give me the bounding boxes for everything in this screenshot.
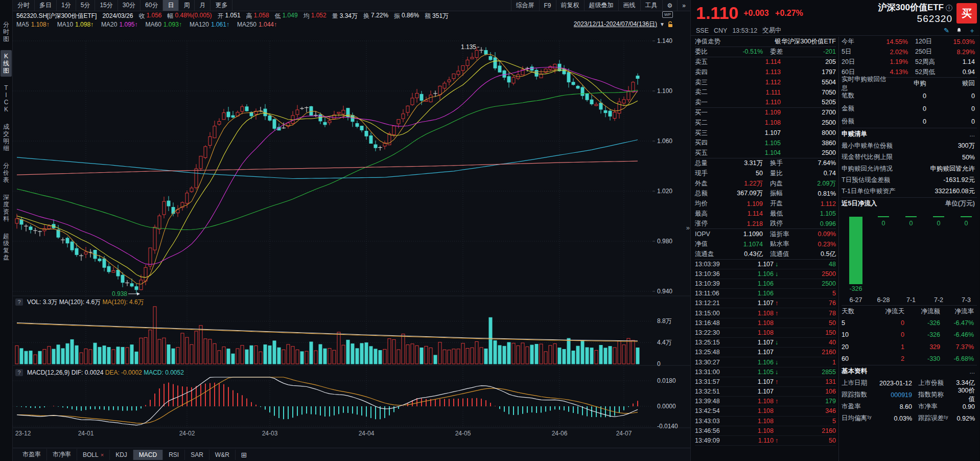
tick-row[interactable]: 13:43:031.1085 <box>695 417 836 426</box>
quote-field: 幅0.48%(0.005) <box>168 12 212 20</box>
stat-row-最高: 最高1.114最低1.105 <box>695 209 836 219</box>
netflow-chart: -3266-2706-2807-107-207-3 <box>842 210 977 306</box>
tick-row[interactable]: 13:31:571.107↑131 <box>695 377 836 387</box>
ask-row-卖三[interactable]: 卖三1.1125504 <box>695 77 836 87</box>
alert-bell-icon[interactable] <box>956 27 962 34</box>
bid-row-买三[interactable]: 买三1.1078000 <box>695 128 836 138</box>
period-tab-1分[interactable]: 1分 <box>57 0 76 11</box>
indicator-tab-RSI[interactable]: RSI <box>163 450 185 460</box>
tick-row[interactable]: 13:32:511.107106 <box>695 387 836 397</box>
tick-row[interactable]: 13:25:481.1072160 <box>695 348 836 357</box>
nav-trend-row[interactable]: 净值走势银华沪深300价值ETF <box>695 37 836 47</box>
period-toolbar: 分时多日1分5分15分30分60分日周月更多 综合屏F9前复权超级叠加画线工具⚙… <box>13 0 690 11</box>
collapse-panel-icon[interactable]: » <box>686 224 690 232</box>
bid-row-买一[interactable]: 买一1.1092700 <box>695 108 836 118</box>
info-icon[interactable]: i <box>946 5 952 11</box>
sidebar-item-超级复盘[interactable]: 超级复盘 <box>1 230 12 264</box>
tick-row[interactable]: 13:39:481.108↑179 <box>695 397 836 406</box>
bid-row-买二[interactable]: 买二1.1082500 <box>695 118 836 128</box>
quote-field: 开1.051 <box>218 12 241 20</box>
add-indicator-button[interactable]: ⊞ <box>236 449 253 460</box>
perf-row-5日: 5日2.02%250日8.29% <box>842 47 977 57</box>
tick-row[interactable]: 13:10:361.106↓2500 <box>695 269 836 279</box>
svg-text:24-04: 24-04 <box>359 430 375 437</box>
buy-button[interactable]: 买 <box>956 3 977 24</box>
stat-row-均价: 均价1.109开盘1.112 <box>695 199 836 209</box>
indicator-tab-市盈率[interactable]: 市盈率 <box>17 449 47 460</box>
bid-row-买四[interactable]: 买四1.1053860 <box>695 138 836 148</box>
ask-row-卖五[interactable]: 卖五1.114205 <box>695 57 836 67</box>
gear-icon[interactable]: ⚙ <box>662 0 678 11</box>
tick-row[interactable]: 13:49:091.110↑50 <box>695 436 836 446</box>
tick-row[interactable]: 13:30:271.106↓1 <box>695 357 836 367</box>
ask-row-卖一[interactable]: 卖一1.1105205 <box>695 98 836 108</box>
add-watchlist-icon[interactable]: ＋ <box>969 26 975 35</box>
flow-table-row-20: 2013297.37% <box>842 341 977 353</box>
period-tab-月[interactable]: 月 <box>195 0 211 11</box>
period-tab-日[interactable]: 日 <box>163 0 179 11</box>
basic-info-title: 基本资料... <box>842 365 977 377</box>
sidebar-item-成交明细[interactable]: 成交明细 <box>1 121 12 154</box>
basic-info-row: 市盈率8.60市净率0.90 <box>842 401 977 412</box>
tick-row[interactable]: 13:22:301.108150 <box>695 328 836 338</box>
indicator-tab-市净率[interactable]: 市净率 <box>47 449 77 460</box>
edit-icon[interactable]: ✎ <box>944 27 949 34</box>
date-range-control[interactable]: 2023/12/11-2024/07/04(136日) ▼ <box>574 20 674 29</box>
ask-row-卖二[interactable]: 卖二1.1117050 <box>695 87 836 98</box>
netflow-value: 0 <box>925 220 952 227</box>
indicator-tab-KDJ[interactable]: KDJ <box>110 450 133 460</box>
period-tab-更多[interactable]: 更多 <box>211 0 232 11</box>
bid-row-买五[interactable]: 买五1.1042500 <box>695 148 836 158</box>
subs-list-row: T-1日单位申赎资产3322160.08元 <box>842 186 977 197</box>
svg-text:0: 0 <box>657 360 661 367</box>
realtime-subs-row-笔数: 笔数00 <box>842 89 977 102</box>
period-tab-30分[interactable]: 30分 <box>118 0 141 11</box>
period-tab-分时[interactable]: 分时 <box>13 0 35 11</box>
stat-row-总额: 总额367.09万振幅0.81% <box>695 189 836 199</box>
netflow-date: 7-1 <box>897 296 925 304</box>
tick-row[interactable]: 13:12:211.107↑76 <box>695 298 836 308</box>
toolbar-tool-工具[interactable]: 工具 <box>640 0 662 11</box>
toolbar-tool-F9[interactable]: F9 <box>539 0 556 11</box>
stat-row-涨停: 涨停1.218跌停0.996 <box>695 219 836 229</box>
sidebar-item-分价表[interactable]: 分价表 <box>1 159 12 186</box>
quote-field: 低1.049 <box>275 12 298 20</box>
tick-row[interactable]: 13:46:561.1082160 <box>695 426 836 436</box>
sidebar-item-K线图[interactable]: K线图 <box>1 50 12 77</box>
period-tab-15分[interactable]: 15分 <box>95 0 118 11</box>
tick-row[interactable]: 13:42:541.108346 <box>695 406 836 416</box>
sidebar-item-TICK[interactable]: TICK <box>1 82 12 116</box>
toolbar-tool-超级叠加[interactable]: 超级叠加 <box>584 0 618 11</box>
period-tab-周[interactable]: 周 <box>179 0 195 11</box>
indicator-tab-MACD[interactable]: MACD <box>133 450 163 460</box>
chevron-down-icon[interactable]: ▼ <box>660 21 665 27</box>
kline-chart[interactable]: 1.1401.1001.0601.0200.9800.9401.1350.938… <box>13 29 691 448</box>
tick-row[interactable]: 13:10:391.1062500 <box>695 279 836 289</box>
netflow-date: 6-27 <box>842 296 870 304</box>
toolbar-tool-画线[interactable]: 画线 <box>618 0 640 11</box>
tick-row[interactable]: 13:16:481.10850 <box>695 318 836 328</box>
period-tab-60分[interactable]: 60分 <box>141 0 163 11</box>
sidebar-item-深度资料[interactable]: 深度资料 <box>1 191 12 225</box>
wp-icon[interactable]: WP <box>662 11 673 18</box>
chart-panel: 分时多日1分5分15分30分60分日周月更多 综合屏F9前复权超级叠加画线工具⚙… <box>13 0 691 461</box>
indicator-tab-BOLL[interactable]: BOLL× <box>77 450 110 460</box>
netflow-bar-7-1: 07-1 <box>897 210 925 305</box>
netflow-zero-dash <box>933 216 944 217</box>
tick-row[interactable]: 13:03:391.107↓48 <box>695 260 836 269</box>
tick-row[interactable]: 13:31:001.105↓2855 <box>695 367 836 377</box>
sidebar-item-分时图[interactable]: 分时图 <box>1 18 12 45</box>
tick-row[interactable]: 13:11:061.1065 <box>695 289 836 298</box>
toolbar-tool-前复权[interactable]: 前复权 <box>556 0 584 11</box>
indicator-tab-SAR[interactable]: SAR <box>185 450 209 460</box>
indicator-tab-W&R[interactable]: W&R <box>209 450 236 460</box>
ask-row-卖四[interactable]: 卖四1.1131797 <box>695 67 836 77</box>
lock-icon[interactable] <box>667 21 674 28</box>
period-tab-5分[interactable]: 5分 <box>76 0 96 11</box>
more-tools-icon[interactable]: » <box>677 0 690 11</box>
date-range-label[interactable]: 2023/12/11-2024/07/04(136日) <box>574 20 657 29</box>
tick-row[interactable]: 13:25:151.107↓40 <box>695 338 836 348</box>
period-tab-多日[interactable]: 多日 <box>35 0 57 11</box>
tick-row[interactable]: 13:15:001.108↑78 <box>695 308 836 318</box>
toolbar-tool-综合屏[interactable]: 综合屏 <box>511 0 539 11</box>
